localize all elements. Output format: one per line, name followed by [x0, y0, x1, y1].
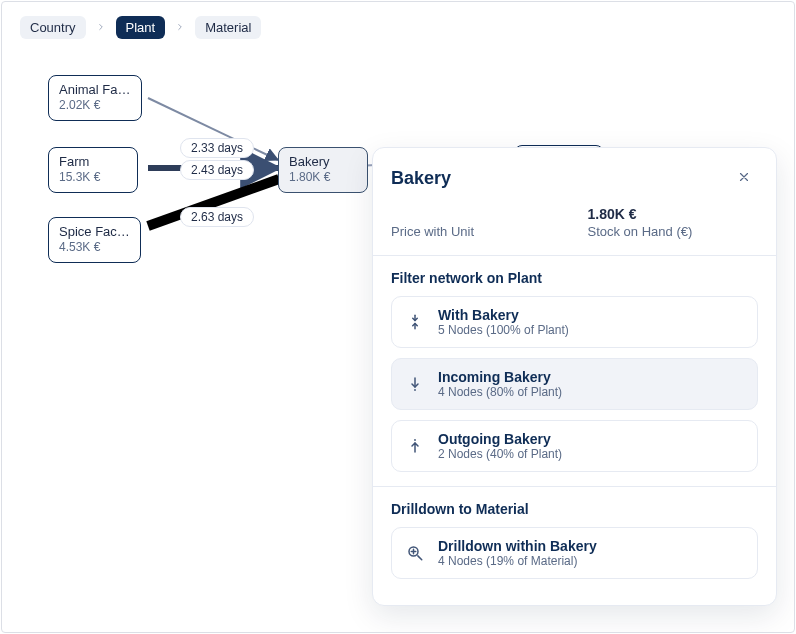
edge-label-animal-bakery: 2.33 days [180, 138, 254, 158]
chevron-right-icon [94, 21, 108, 35]
node-farm[interactable]: Farm 15.3K € [48, 147, 138, 193]
panel-title: Bakery [391, 168, 451, 189]
kv-left-value [391, 206, 562, 224]
node-title: Spice Fac… [59, 224, 130, 240]
filter-outgoing-title: Outgoing Bakery [438, 431, 562, 447]
crumb-country[interactable]: Country [20, 16, 86, 39]
panel-key-values: Price with Unit 1.80K € Stock on Hand (€… [373, 192, 776, 255]
drilldown-option[interactable]: Drilldown within Bakery 4 Nodes (19% of … [391, 527, 758, 579]
kv-left-label: Price with Unit [391, 224, 562, 239]
node-animal-farm[interactable]: Animal Fa… 2.02K € [48, 75, 142, 121]
node-bakery[interactable]: Bakery 1.80K € [278, 147, 368, 193]
app-frame: Country Plant Material [1, 1, 795, 633]
drilldown-title: Drilldown within Bakery [438, 538, 597, 554]
svg-point-4 [414, 389, 416, 391]
chevron-right-icon [173, 21, 187, 35]
crumb-material[interactable]: Material [195, 16, 261, 39]
arrow-down-icon [404, 373, 426, 395]
node-title: Animal Fa… [59, 82, 131, 98]
filter-with[interactable]: With Bakery 5 Nodes (100% of Plant) [391, 296, 758, 348]
node-value: 15.3K € [59, 170, 127, 185]
svg-point-5 [414, 439, 416, 441]
node-value: 1.80K € [289, 170, 357, 185]
filter-heading: Filter network on Plant [391, 270, 758, 286]
edge-label-farm-bakery: 2.43 days [180, 160, 254, 180]
drilldown-section: Drilldown to Material Drilldown within B… [373, 487, 776, 605]
zoom-in-icon [404, 542, 426, 564]
arrow-up-icon [404, 435, 426, 457]
node-value: 2.02K € [59, 98, 131, 113]
filter-with-subtitle: 5 Nodes (100% of Plant) [438, 323, 569, 337]
crumb-plant[interactable]: Plant [116, 16, 166, 39]
drilldown-subtitle: 4 Nodes (19% of Material) [438, 554, 597, 568]
filter-outgoing[interactable]: Outgoing Bakery 2 Nodes (40% of Plant) [391, 420, 758, 472]
edge-label-spice-bakery: 2.63 days [180, 207, 254, 227]
filter-outgoing-subtitle: 2 Nodes (40% of Plant) [438, 447, 562, 461]
filter-with-title: With Bakery [438, 307, 569, 323]
close-button[interactable] [730, 164, 758, 192]
filter-incoming-subtitle: 4 Nodes (80% of Plant) [438, 385, 562, 399]
both-directions-icon [404, 311, 426, 333]
filter-incoming-title: Incoming Bakery [438, 369, 562, 385]
kv-right-label: Stock on Hand (€) [588, 224, 759, 239]
filter-incoming[interactable]: Incoming Bakery 4 Nodes (80% of Plant) [391, 358, 758, 410]
drilldown-heading: Drilldown to Material [391, 501, 758, 517]
node-value: 4.53K € [59, 240, 130, 255]
close-icon [737, 170, 751, 187]
node-title: Bakery [289, 154, 357, 170]
node-spice-factory[interactable]: Spice Fac… 4.53K € [48, 217, 141, 263]
node-detail-panel: Bakery Price with Unit 1.80K € Stock on … [372, 147, 777, 606]
node-title: Farm [59, 154, 127, 170]
filter-section: Filter network on Plant With Bakery 5 No… [373, 256, 776, 486]
kv-right-value: 1.80K € [588, 206, 759, 224]
breadcrumb: Country Plant Material [2, 2, 794, 39]
